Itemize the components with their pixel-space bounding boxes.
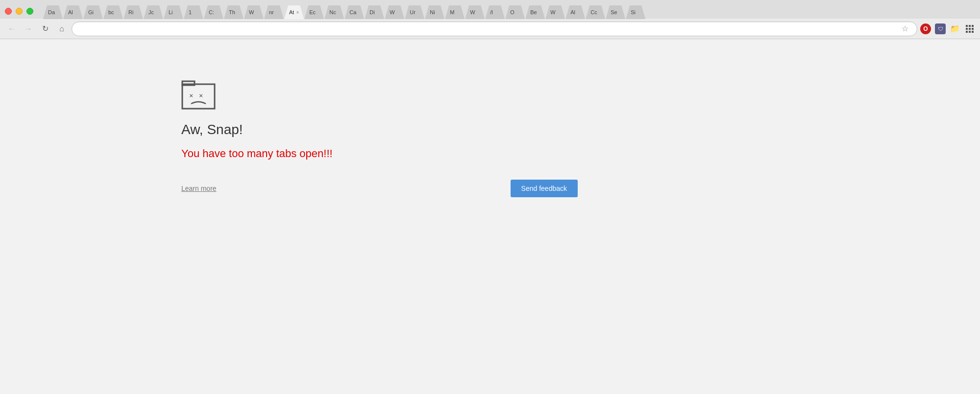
tab-label: M bbox=[450, 9, 454, 15]
browser-tab-tab-14[interactable]: Ec bbox=[304, 5, 324, 19]
browser-tab-tab-23[interactable]: /l bbox=[485, 5, 505, 19]
tab-label: Nc bbox=[329, 9, 336, 15]
browser-tab-tab-22[interactable]: W bbox=[465, 5, 485, 19]
address-bar-container: ☆ bbox=[72, 22, 917, 36]
browser-tab-tab-30[interactable]: Si bbox=[626, 5, 645, 19]
traffic-lights bbox=[5, 8, 33, 15]
tab-label: W bbox=[470, 9, 475, 15]
svg-rect-8 bbox=[972, 31, 974, 33]
title-bar: DaAlGibcRiJcLi1C:ThWnrAt×EcNcCaDiWUrNiMW… bbox=[0, 0, 980, 19]
tab-label: Ur bbox=[410, 9, 416, 15]
tab-label: W bbox=[550, 9, 555, 15]
tab-label: O bbox=[510, 9, 514, 15]
minimize-button[interactable] bbox=[16, 8, 23, 15]
toolbar-icons: O 🛡 📁 bbox=[920, 23, 975, 34]
tab-label: /l bbox=[490, 9, 493, 15]
error-actions: Learn more Send feedback bbox=[181, 180, 578, 197]
browser-tab-tab-4[interactable]: bc bbox=[103, 5, 123, 19]
forward-button[interactable]: → bbox=[22, 22, 35, 36]
shield-icon[interactable]: 🛡 bbox=[935, 23, 946, 34]
tab-label: Di bbox=[369, 9, 374, 15]
browser-tab-tab-2[interactable]: Al bbox=[63, 5, 83, 19]
page-content: × × Aw, Snap! You have too many tabs ope… bbox=[0, 39, 980, 378]
tabs-bar: DaAlGibcRiJcLi1C:ThWnrAt×EcNcCaDiWUrNiMW… bbox=[38, 3, 646, 19]
tab-label: Li bbox=[169, 9, 173, 15]
tab-label: Th bbox=[229, 9, 235, 15]
back-button[interactable]: ← bbox=[5, 22, 19, 36]
svg-rect-0 bbox=[966, 25, 968, 27]
svg-text:×: × bbox=[189, 92, 193, 99]
tab-label: Al bbox=[68, 9, 73, 15]
tab-label: Be bbox=[530, 9, 537, 15]
home-button[interactable]: ⌂ bbox=[55, 22, 69, 36]
tab-label: Si bbox=[631, 9, 636, 15]
tab-label: At bbox=[289, 9, 294, 15]
sad-face-svg: × × bbox=[181, 78, 216, 110]
folder-icon[interactable]: 📁 bbox=[950, 23, 960, 34]
tab-label: nr bbox=[269, 9, 274, 15]
tab-label: Cc bbox=[590, 9, 597, 15]
tab-label: Ca bbox=[349, 9, 356, 15]
opera-icon[interactable]: O bbox=[920, 23, 931, 34]
maximize-button[interactable] bbox=[26, 8, 33, 15]
tab-label: Da bbox=[48, 9, 55, 15]
error-icon: × × bbox=[181, 78, 578, 112]
browser-tab-tab-9[interactable]: C: bbox=[204, 5, 223, 19]
browser-tab-tab-28[interactable]: Cc bbox=[586, 5, 605, 19]
learn-more-link[interactable]: Learn more bbox=[181, 185, 217, 192]
tab-label: Al bbox=[570, 9, 575, 15]
browser-tab-tab-24[interactable]: O bbox=[505, 5, 525, 19]
browser-tab-tab-20[interactable]: Ni bbox=[425, 5, 444, 19]
svg-rect-7 bbox=[969, 31, 971, 33]
browser-tab-tab-8[interactable]: 1 bbox=[184, 5, 203, 19]
browser-tab-tab-11[interactable]: W bbox=[244, 5, 264, 19]
tab-label: Jc bbox=[148, 9, 154, 15]
address-bar[interactable] bbox=[78, 25, 899, 32]
tab-label: Se bbox=[611, 9, 617, 15]
browser-tab-tab-13[interactable]: At× bbox=[284, 5, 304, 19]
tab-label: Ri bbox=[128, 9, 133, 15]
browser-window: DaAlGibcRiJcLi1C:ThWnrAt×EcNcCaDiWUrNiMW… bbox=[0, 0, 980, 378]
browser-tab-tab-16[interactable]: Ca bbox=[344, 5, 364, 19]
toolbar: ← → ↻ ⌂ ☆ O 🛡 📁 bbox=[0, 19, 980, 39]
tab-label: W bbox=[249, 9, 254, 15]
tab-label: C: bbox=[209, 9, 214, 15]
browser-tab-tab-25[interactable]: Be bbox=[525, 5, 545, 19]
browser-tab-tab-26[interactable]: W bbox=[545, 5, 565, 19]
error-message: You have too many tabs open!!! bbox=[181, 147, 578, 160]
tab-close-icon[interactable]: × bbox=[296, 10, 299, 15]
browser-tab-tab-21[interactable]: M bbox=[445, 5, 465, 19]
browser-tab-tab-15[interactable]: Nc bbox=[324, 5, 344, 19]
svg-text:×: × bbox=[199, 92, 203, 99]
browser-tab-tab-1[interactable]: Da bbox=[43, 5, 63, 19]
browser-tab-tab-3[interactable]: Gi bbox=[83, 5, 103, 19]
browser-tab-tab-12[interactable]: nr bbox=[264, 5, 284, 19]
close-button[interactable] bbox=[5, 8, 12, 15]
browser-tab-tab-5[interactable]: Ri bbox=[123, 5, 143, 19]
svg-rect-1 bbox=[969, 25, 971, 27]
error-title: Aw, Snap! bbox=[181, 122, 578, 138]
browser-tab-tab-17[interactable]: Di bbox=[365, 5, 384, 19]
svg-rect-10 bbox=[182, 81, 195, 85]
browser-tab-tab-6[interactable]: Jc bbox=[144, 5, 163, 19]
svg-rect-2 bbox=[972, 25, 974, 27]
browser-tab-tab-7[interactable]: Li bbox=[164, 5, 183, 19]
refresh-button[interactable]: ↻ bbox=[38, 22, 52, 36]
send-feedback-button[interactable]: Send feedback bbox=[511, 180, 578, 197]
browser-tab-tab-18[interactable]: W bbox=[385, 5, 404, 19]
browser-tab-tab-19[interactable]: Ur bbox=[405, 5, 424, 19]
svg-rect-5 bbox=[972, 28, 974, 30]
tab-label: bc bbox=[108, 9, 114, 15]
browser-tab-tab-27[interactable]: Al bbox=[565, 5, 585, 19]
svg-rect-6 bbox=[966, 31, 968, 33]
browser-tab-tab-10[interactable]: Th bbox=[224, 5, 244, 19]
browser-tab-tab-29[interactable]: Se bbox=[606, 5, 625, 19]
bookmark-star-icon[interactable]: ☆ bbox=[899, 23, 911, 35]
tab-label: W bbox=[390, 9, 394, 15]
tab-label: 1 bbox=[189, 9, 192, 15]
tab-label: Gi bbox=[88, 9, 94, 15]
svg-rect-3 bbox=[966, 28, 968, 30]
grid-menu-icon[interactable] bbox=[964, 23, 975, 34]
svg-rect-4 bbox=[969, 28, 971, 30]
tab-label: Ni bbox=[430, 9, 435, 15]
